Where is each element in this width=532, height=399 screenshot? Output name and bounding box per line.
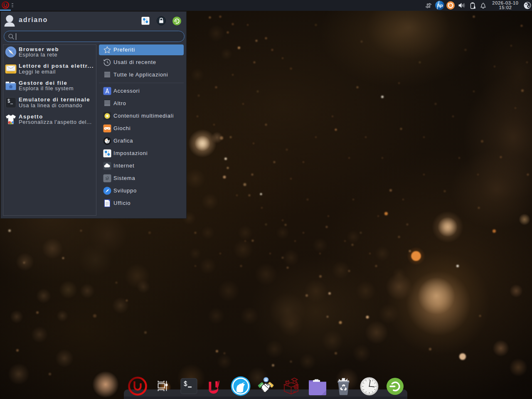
- svg-text:hp: hp: [437, 3, 443, 8]
